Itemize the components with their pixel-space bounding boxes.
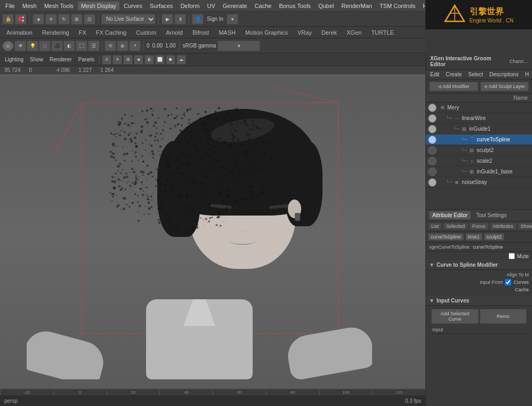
tab-bifrost[interactable]: Bifrost <box>188 28 213 37</box>
input-from-checkbox[interactable] <box>505 279 511 285</box>
vp-icon3[interactable]: ⊞ <box>123 55 133 65</box>
tb2-icon7[interactable]: ⛶ <box>76 41 87 51</box>
tree-row-curvetospline[interactable]: └─ ⌒ curveToSpline <box>426 134 532 145</box>
tb2-icon10[interactable]: ⊕ <box>117 41 128 51</box>
add-sculpt-btn[interactable]: ◀ Add Sculpt Layer <box>480 82 529 91</box>
vis-btn-mery[interactable] <box>428 104 437 112</box>
tb-select-btn[interactable]: ◈ <box>33 14 44 25</box>
tab-derek[interactable]: Derek <box>317 28 341 37</box>
xgen-create[interactable]: Create <box>444 71 464 78</box>
tb2-icon9[interactable]: ⟲ <box>104 41 116 51</box>
attr-menu-selected[interactable]: Selected <box>443 222 468 230</box>
tab-xgen[interactable]: XGen <box>342 28 366 37</box>
tab-mash[interactable]: MASH <box>214 28 240 37</box>
menu-file[interactable]: File <box>2 2 18 10</box>
tab-turtle[interactable]: TURTLE <box>367 28 398 37</box>
vis-btn-cts[interactable] <box>428 136 437 144</box>
node-tab-sculpt2[interactable]: sculpt2 <box>484 233 505 241</box>
vp-show[interactable]: Show <box>27 56 46 63</box>
node-tab-time1[interactable]: time1 <box>465 233 482 241</box>
add-curve-btn[interactable]: Add Selected Curve <box>431 309 479 324</box>
tb2-icon8[interactable]: ☰ <box>88 41 100 51</box>
menu-curves[interactable]: Curves <box>120 2 146 10</box>
attr-tab-editor[interactable]: Attribute Editor <box>429 211 471 219</box>
menu-surfaces[interactable]: Surfaces <box>147 2 176 10</box>
menu-renderman[interactable]: RenderMan <box>338 2 375 10</box>
tree-row-linearwire[interactable]: └─ — linearWire <box>426 113 532 124</box>
vp-panels[interactable]: Panels <box>76 56 98 63</box>
tree-row-sculpt2[interactable]: └─ ⊟ sculpt2 <box>426 145 532 156</box>
vis-btn-scale2[interactable] <box>428 157 437 165</box>
menu-uv[interactable]: UV <box>204 2 218 10</box>
tb-play-btn[interactable]: ▶ <box>162 14 173 25</box>
tb2-icon11[interactable]: ⌖ <box>129 41 141 51</box>
tb2-icon4[interactable]: □ <box>39 41 51 51</box>
input-curves-section-header[interactable]: ▼ Input Curves <box>426 296 532 306</box>
node-tab-cts[interactable]: curveToSpline <box>428 233 464 241</box>
vp-lighting[interactable]: Lighting <box>2 56 26 63</box>
vp-icon4[interactable]: ■ <box>134 55 143 65</box>
viewport[interactable]: Lighting Show Renderer Panels ⊙ ☀ ⊞ ■ ◐ … <box>0 53 425 406</box>
vp-icon8[interactable]: ☁ <box>176 55 186 65</box>
tb-pause-btn[interactable]: ⏸ <box>174 14 186 25</box>
vp-icon6[interactable]: ⬜ <box>155 55 165 65</box>
xgen-descriptions[interactable]: Descriptions <box>487 71 521 78</box>
attr-menu-list[interactable]: List <box>428 222 442 230</box>
vis-btn-sculpt2[interactable] <box>428 146 437 155</box>
tab-vray[interactable]: VRay <box>293 28 316 37</box>
vp-icon1[interactable]: ⊙ <box>102 55 111 65</box>
tab-animation[interactable]: Animation <box>2 28 37 37</box>
tb-user-btn[interactable]: 👤 <box>192 14 204 25</box>
tab-arnold[interactable]: Arnold <box>162 28 187 37</box>
tb-move-btn[interactable]: ✛ <box>45 14 57 25</box>
tab-motion[interactable]: Motion Graphics <box>241 28 292 37</box>
attr-menu-show[interactable]: Show <box>518 222 532 230</box>
tb2-icon5[interactable]: ⬛ <box>51 41 63 51</box>
tb-no-live-surface[interactable]: No Live Surface <box>101 14 156 25</box>
tb-transform-btn[interactable]: ⊡ <box>84 14 95 25</box>
menu-deform[interactable]: Deform <box>177 2 203 10</box>
menu-mesh-tools[interactable]: Mesh Tools <box>41 2 77 10</box>
remove-btn[interactable]: Remo <box>480 309 527 324</box>
tree-row-inguide1base[interactable]: └─ ⊞ inGuide1_base <box>426 166 532 177</box>
attr-menu-focus[interactable]: Focus <box>469 222 489 230</box>
viewport-3d[interactable] <box>0 77 425 395</box>
add-modifier-btn[interactable]: ◀ Add Modifier <box>429 82 478 91</box>
curve-spline-section-header[interactable]: ▼ Curve to Spline Modifier <box>426 260 532 270</box>
channel-tab-label[interactable]: Chann... <box>510 59 528 64</box>
xgen-h[interactable]: H <box>523 71 531 78</box>
mute-checkbox[interactable] <box>509 253 515 259</box>
tb-dropdown-arrow[interactable]: ▾ <box>227 14 238 25</box>
tb-magnet-btn[interactable]: 🧲 <box>15 14 27 25</box>
attr-menu-attributes[interactable]: Attributes <box>490 222 517 230</box>
vis-btn-igbase[interactable] <box>428 168 437 176</box>
tree-row-noisestray[interactable]: └─ ≋ noiseStray <box>426 177 532 188</box>
menu-mesh[interactable]: Mesh <box>19 2 40 10</box>
tb2-icon1[interactable]: ⊙ <box>2 41 14 51</box>
tb2-gamma-btn[interactable]: ▾ <box>217 41 260 51</box>
tab-rendering[interactable]: Rendering <box>38 28 74 37</box>
vp-icon2[interactable]: ☀ <box>112 55 122 65</box>
vis-btn-noise[interactable] <box>428 178 437 187</box>
tab-fx[interactable]: FX <box>75 28 91 37</box>
menu-generate[interactable]: Generate <box>220 2 251 10</box>
tb2-icon6[interactable]: ◐ <box>63 41 75 51</box>
tb-scale-btn[interactable]: ⊞ <box>71 14 83 25</box>
vp-icon5[interactable]: ◐ <box>144 55 154 65</box>
menu-mesh-display[interactable]: Mesh Display <box>78 2 119 10</box>
xgen-select[interactable]: Select <box>466 71 485 78</box>
tree-row-scale2[interactable]: └─ ↕ scale2 <box>426 156 532 166</box>
menu-bonus[interactable]: Bonus Tools <box>276 2 314 10</box>
vis-btn-inguide1[interactable] <box>428 125 437 133</box>
vp-icon7[interactable]: ⏺ <box>166 55 175 65</box>
tb-lock-btn[interactable]: 🔒 <box>2 14 14 25</box>
tree-row-inguide1[interactable]: └─ ⊞ inGuide1 <box>426 124 532 134</box>
tb2-icon2[interactable]: 👁 <box>14 41 26 51</box>
tab-custom[interactable]: Custom <box>132 28 160 37</box>
tree-row-mery[interactable]: ⊞ Mery <box>426 102 532 113</box>
tab-fx-caching[interactable]: FX Caching <box>92 28 131 37</box>
menu-tsm[interactable]: TSM Controls <box>376 2 418 10</box>
vp-renderer[interactable]: Renderer <box>47 56 75 63</box>
xgen-edit[interactable]: Edit <box>428 71 441 78</box>
tb-rotate-btn[interactable]: ↻ <box>58 14 70 25</box>
